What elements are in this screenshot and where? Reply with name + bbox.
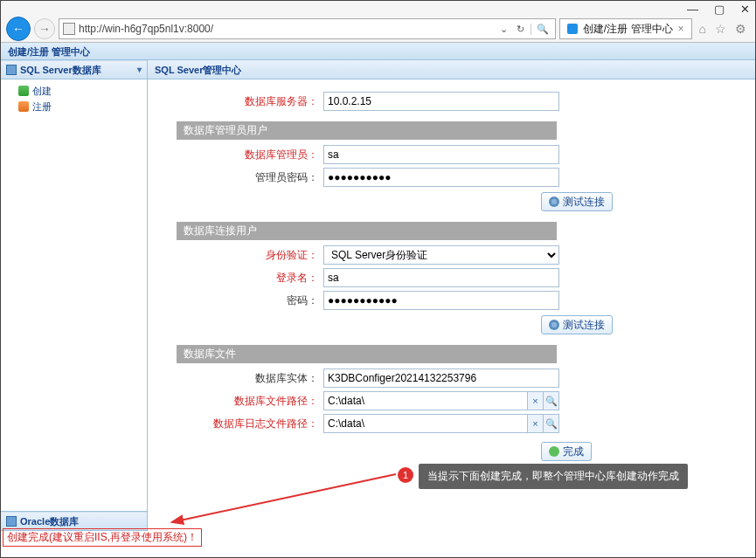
section-files-title: 数据库文件 (177, 345, 557, 363)
input-admin-password[interactable] (323, 168, 559, 187)
arrow-right-icon: → (38, 22, 51, 36)
sidebar: SQL Server数据库 ▾ 创建 注册 Oracle数据库 (1, 60, 148, 531)
annotation-number: 1 (403, 470, 408, 480)
database-icon (6, 516, 17, 527)
test-connection-button-2[interactable]: 测试连接 (541, 315, 613, 334)
search-icon[interactable]: 🔍 (531, 24, 551, 35)
annotation-number-badge: 1 (398, 467, 413, 483)
sidebar-item-create[interactable]: 创建 (6, 83, 142, 99)
refresh-icon[interactable]: ↻ (514, 24, 527, 35)
app-title-bar: 创建/注册 管理中心 (1, 43, 755, 60)
input-db-logpath[interactable] (324, 415, 527, 432)
tab-title: 创建/注册 管理中心 (583, 22, 673, 37)
label-auth: 身份验证： (174, 248, 318, 263)
button-label: 完成 (563, 444, 584, 459)
input-db-entity[interactable] (323, 369, 559, 388)
browse-logpath-button[interactable]: 🔍 (543, 415, 558, 432)
sidebar-item-register[interactable]: 注册 (6, 99, 142, 114)
annotation-text: 当提示下面创建完成，即整个管理中心库创建动作完成 (427, 469, 679, 484)
sidebar-panel-sqlserver[interactable]: SQL Server数据库 ▾ (1, 60, 147, 79)
select-auth[interactable]: SQL Server身份验证 (323, 245, 559, 265)
window-controls: — ▢ ✕ (687, 3, 750, 16)
create-icon (18, 86, 29, 96)
browse-path-button[interactable]: 🔍 (543, 392, 558, 410)
url-dropdown-icon[interactable]: ⌄ (497, 24, 510, 35)
content-title-bar: SQL Sever管理中心 (148, 60, 755, 79)
browser-tab[interactable]: 创建/注册 管理中心 × (559, 18, 692, 39)
address-bar[interactable]: http://win-h6g7qp5nl1v:8000/ ⌄ ↻ 🔍 (59, 18, 556, 39)
clear-path-button[interactable]: × (527, 392, 543, 410)
button-label: 测试连接 (563, 318, 605, 333)
label-db-logpath: 数据库日志文件路径： (174, 417, 318, 431)
browser-chrome: — ▢ ✕ ← → http://win-h6g7qp5nl1v:8000/ ⌄… (1, 1, 755, 43)
input-password[interactable] (323, 291, 559, 310)
sidebar-tree: 创建 注册 (1, 79, 147, 512)
minimize-button[interactable]: — (687, 3, 698, 16)
database-icon (6, 65, 17, 75)
check-icon (549, 446, 559, 457)
tab-close-icon[interactable]: × (678, 23, 684, 35)
nav-back-button[interactable]: ← (6, 17, 31, 41)
button-label: 测试连接 (563, 195, 605, 210)
status-highlight-box: 创建完成(建议重启IIS,再登录使用系统)！ (3, 528, 202, 547)
register-icon (18, 101, 29, 112)
maximize-button[interactable]: ▢ (714, 3, 725, 16)
section-admin-title: 数据库管理员用户 (177, 121, 557, 140)
url-text[interactable]: http://win-h6g7qp5nl1v:8000/ (79, 23, 494, 35)
input-db-admin[interactable] (323, 145, 559, 164)
annotation-tooltip: 当提示下面创建完成，即整个管理中心库创建动作完成 (419, 464, 688, 489)
label-db-filepath: 数据库文件路径： (174, 394, 318, 409)
gear-icon (549, 320, 559, 330)
favicon-icon (567, 24, 578, 34)
gear-icon (549, 196, 559, 207)
collapse-icon[interactable]: ▾ (137, 60, 142, 79)
content-title: SQL Sever管理中心 (155, 65, 241, 75)
favorites-icon[interactable]: ☆ (715, 22, 726, 36)
label-db-server: 数据库服务器： (174, 94, 318, 109)
label-password: 密码： (174, 293, 318, 308)
settings-gear-icon[interactable]: ⚙ (735, 22, 746, 36)
panel-title: SQL Server数据库 (20, 60, 101, 79)
tree-item-label: 注册 (32, 100, 52, 114)
input-db-server[interactable] (323, 92, 559, 111)
label-db-entity: 数据库实体： (174, 371, 318, 386)
content-area: SQL Sever管理中心 数据库服务器： 数据库管理员用户 数据库管理员： 管… (148, 60, 755, 531)
home-icon[interactable]: ⌂ (699, 22, 706, 36)
test-connection-button[interactable]: 测试连接 (541, 192, 613, 211)
label-admin-password: 管理员密码： (174, 170, 318, 185)
section-conn-title: 数据库连接用户 (177, 222, 557, 240)
tree-item-label: 创建 (32, 85, 52, 98)
status-text: 创建完成(建议重启IIS,再登录使用系统)！ (7, 531, 198, 543)
finish-button[interactable]: 完成 (541, 442, 592, 461)
label-login: 登录名： (174, 271, 318, 286)
nav-forward-button[interactable]: → (34, 18, 55, 39)
app-title: 创建/注册 管理中心 (8, 46, 90, 57)
input-db-filepath[interactable] (324, 392, 527, 410)
input-login[interactable] (323, 268, 559, 287)
clear-logpath-button[interactable]: × (527, 415, 543, 432)
close-window-button[interactable]: ✕ (740, 3, 750, 16)
page-icon (63, 23, 75, 35)
label-db-admin: 数据库管理员： (174, 148, 318, 162)
arrow-left-icon: ← (12, 22, 24, 36)
